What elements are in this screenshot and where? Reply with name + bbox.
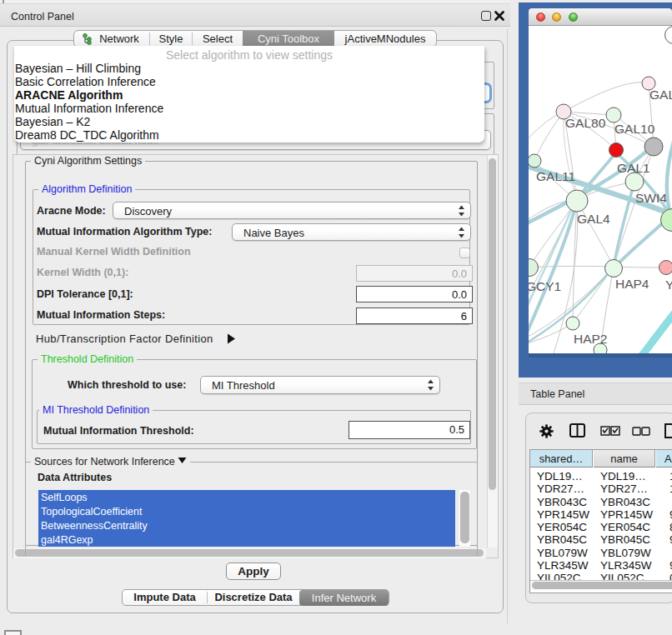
svg-text:SWI4: SWI4 [635, 191, 667, 205]
svg-text:GAL4: GAL4 [577, 212, 610, 226]
svg-text:GCY1: GCY1 [529, 279, 561, 293]
svg-text:HAP4: HAP4 [615, 277, 649, 291]
svg-text:HAP2: HAP2 [574, 332, 608, 346]
svg-text:GAL80: GAL80 [565, 116, 606, 130]
svg-text:GAL10: GAL10 [614, 122, 655, 136]
svg-text:GAL: GAL [649, 88, 672, 102]
svg-text:Y: Y [665, 278, 672, 292]
svg-text:GAL1: GAL1 [617, 161, 650, 175]
svg-text:GAL11: GAL11 [536, 169, 575, 183]
